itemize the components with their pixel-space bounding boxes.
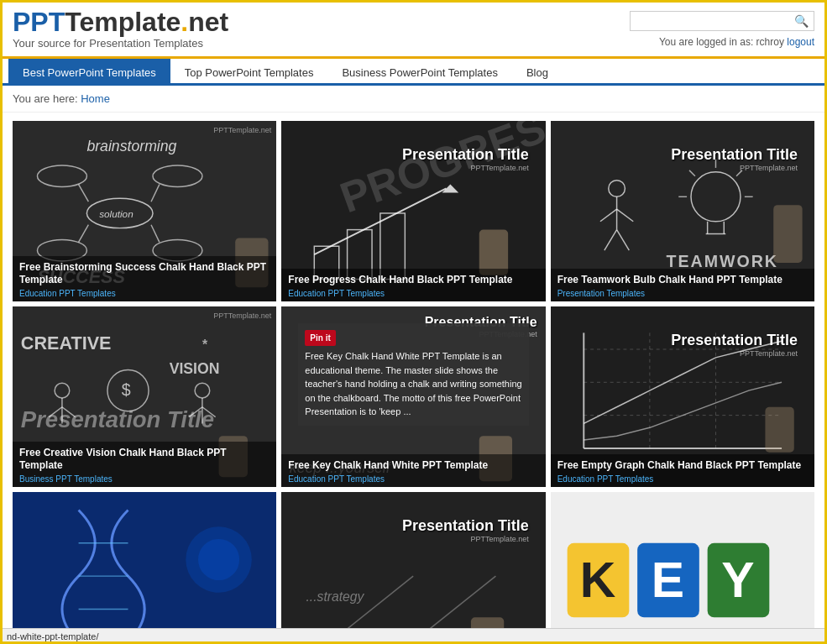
svg-text:CREATIVE: CREATIVE [21,332,112,353]
header-right: 🔍 You are logged in as: rchroy logout [630,11,814,48]
card-6-title: Free Empty Graph Chalk Hand Black PPT Te… [557,459,808,473]
svg-point-3 [37,165,86,187]
breadcrumb: You are here: Home [0,86,827,113]
search-box: 🔍 [630,11,814,31]
card-8-visual: Presentation Title PPTTemplate.net ...st… [281,492,545,644]
logo-ppt: PPT [13,7,65,37]
svg-text:...strategy: ...strategy [306,589,365,604]
svg-point-39 [55,383,70,398]
card-3-info: Free Teamwork Bulb Chalk Hand PPT Templa… [551,269,814,301]
card-2[interactable]: Presentation Title PPTTemplate.net PROGR… [281,121,545,301]
card-3[interactable]: Presentation Title PPTTemplate.net [551,121,814,301]
breadcrumb-prefix: You are here: [13,92,78,105]
svg-line-21 [600,209,617,222]
login-info: You are logged in as: rchroy logout [659,36,814,48]
nav-item-blog[interactable]: Blog [512,59,563,86]
card-5-popup: Pin it Free Key Chalk Hand White PPT Tem… [298,323,528,426]
card-4[interactable]: CREATIVE $ * VISION Presentation Title [13,306,276,487]
card-5-info: Free Key Chalk Hand White PPT Template E… [281,454,545,487]
svg-text:solution: solution [99,208,133,219]
svg-line-8 [151,185,160,202]
nav-item-business[interactable]: Business PowerPoint Templates [327,59,511,86]
svg-rect-60 [765,407,793,453]
card-9[interactable]: K E Y keep Educating Yourself Free Key E… [551,492,814,644]
logout-link[interactable]: logout [787,36,814,48]
card-1-watermark: PPTTemplate.net [213,126,271,134]
svg-line-24 [616,230,629,251]
svg-line-22 [616,209,633,222]
logo: PPTTemplate.net Your source for Presenta… [13,8,228,50]
logo-dot: . [181,7,188,37]
popup-text: Free Key Chalk Hand White PPT Template i… [305,349,521,419]
card-6[interactable]: Presentation Title PPTTemplate.net [551,306,814,487]
card-2-title: Free Progress Chalk Hand Black PPT Templ… [288,274,538,287]
svg-rect-35 [773,205,802,263]
svg-text:E: E [651,552,683,607]
card-1-category: Education PPT Templates [19,289,270,298]
nav-item-best[interactable]: Best PowerPoint Templates [8,59,170,86]
card-9-visual: K E Y keep Educating Yourself [551,492,814,644]
card-4-category: Business PPT Templates [19,474,270,484]
header: PPTTemplate.net Your source for Presenta… [0,0,827,59]
nav: Best PowerPoint Templates Top PowerPoint… [0,59,827,86]
svg-line-32 [689,170,695,176]
svg-point-43 [195,383,210,398]
svg-line-30 [736,170,742,176]
svg-text:$: $ [122,380,131,399]
logo-net: net [188,7,228,37]
svg-point-4 [153,165,202,187]
svg-line-10 [151,225,160,243]
card-5-title: Free Key Chalk Hand White PPT Template [288,459,538,473]
svg-text:TEAMWORK: TEAMWORK [666,252,777,270]
svg-text:Presentation Title: Presentation Title [21,406,214,432]
card-1[interactable]: brainstorming solution SUCCESS PPTTempla… [13,121,276,301]
svg-text:brainstorming: brainstorming [86,138,176,154]
breadcrumb-home[interactable]: Home [81,92,110,105]
card-2-info: Free Progress Chalk Hand Black PPT Templ… [281,269,545,301]
card-7-visual: www.heritagechristiancollege.com [13,492,276,644]
svg-text:VISION: VISION [170,360,220,377]
card-4-title: Free Creative Vision Chalk Hand Black PP… [19,447,270,473]
card-3-title: Free Teamwork Bulb Chalk Hand PPT Templa… [557,274,808,287]
statusbar-url: nd-white-ppt-template/ [7,631,98,641]
login-text: You are logged in as: rchroy [659,36,784,48]
svg-text:K: K [579,552,615,607]
nav-item-top[interactable]: Top PowerPoint Templates [170,59,328,86]
svg-line-23 [605,230,617,251]
svg-text:PROGRESS: PROGRESS [334,121,545,222]
svg-line-9 [79,225,89,243]
card-8[interactable]: Presentation Title PPTTemplate.net ...st… [281,492,545,644]
logo-tagline: Your source for Presentation Templates [13,37,228,50]
logo-template: Template [65,7,181,37]
card-1-title: Free Brainstorming Success Chalk Hand Bl… [19,261,270,287]
search-input[interactable] [636,14,794,27]
card-4-info: Free Creative Vision Chalk Hand Black PP… [13,442,276,487]
card-4-watermark: PPTTemplate.net [213,312,271,320]
svg-point-66 [198,539,239,580]
svg-text:*: * [202,338,208,352]
svg-text:Y: Y [721,552,754,607]
svg-point-19 [608,181,625,197]
card-7[interactable]: www.heritagechristiancollege.com DNA Sci… [13,492,276,644]
card-1-info: Free Brainstorming Success Chalk Hand Bl… [13,256,276,301]
template-grid: brainstorming solution SUCCESS PPTTempla… [0,113,827,644]
card-2-category: Education PPT Templates [288,289,538,298]
svg-line-7 [79,185,89,202]
card-3-category: Presentation Templates [557,289,808,298]
card-6-info: Free Empty Graph Chalk Hand Black PPT Te… [551,454,814,487]
pin-button[interactable]: Pin it [305,330,335,346]
card-5[interactable]: Presentation Title PPTTemplate.net Pin i… [281,306,545,487]
logo-text: PPTTemplate.net [13,8,228,35]
svg-point-25 [691,172,741,222]
card-6-category: Education PPT Templates [557,474,808,484]
statusbar: nd-white-ppt-template/ [0,628,827,644]
search-icon[interactable]: 🔍 [794,14,809,28]
card-5-category: Education PPT Templates [288,474,538,484]
